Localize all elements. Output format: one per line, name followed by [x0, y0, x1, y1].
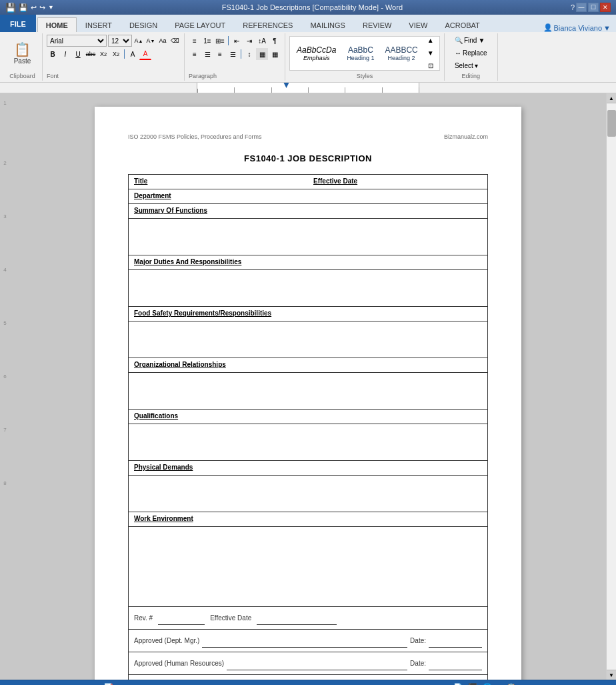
- text-highlight-button[interactable]: A: [127, 48, 139, 60]
- shading-button[interactable]: ▦: [256, 48, 268, 60]
- clear-format-button[interactable]: ⌫: [169, 35, 180, 46]
- subscript-button[interactable]: X2: [97, 48, 109, 60]
- work-env-label: Work Environment: [134, 515, 193, 522]
- tab-mailings[interactable]: MAILINGS: [301, 17, 354, 32]
- change-case-button[interactable]: Aa: [157, 35, 168, 46]
- page-area[interactable]: ISO 22000 FSMS Policies, Procedures and …: [10, 93, 606, 680]
- tab-insert[interactable]: INSERT: [77, 17, 121, 32]
- numbering-button[interactable]: 1≡: [201, 35, 213, 47]
- status-bar: PAGE 1 OF 2 45 WORDS 📝 📄 ⬛ 🌐 ≡ 📋 — + 80%: [0, 680, 616, 685]
- align-right-button[interactable]: ≡: [214, 48, 226, 60]
- justify-button[interactable]: ☰: [227, 48, 239, 60]
- user-icon: 👤: [543, 23, 553, 32]
- document-title: FS1040-1 JOB DESCRIPTION: [128, 153, 488, 163]
- font-name-row: Arial 12 A▲ A▼ Aa ⌫: [47, 35, 180, 47]
- select-button[interactable]: Select ▾: [450, 60, 483, 71]
- show-formatting-button[interactable]: ¶: [269, 35, 281, 47]
- redo-icon[interactable]: ↪: [39, 3, 45, 12]
- tab-acrobat[interactable]: ACROBAT: [436, 17, 488, 32]
- footer-approved-top-row: Approved (Top Mgmt.) Date:: [129, 675, 488, 680]
- footer-rev-row: Rev. # Effective Date: [129, 607, 488, 630]
- paragraph-group: ≡ 1≡ ⊞≡ ⇤ ⇥ ↕A ¶ ≡ ☰ ≡ ☰ ↕ ▦ ▦ Paragraph: [185, 33, 285, 81]
- footer-top-line: Approved (Top Mgmt.) Date:: [134, 678, 482, 680]
- rev-fill: [158, 611, 205, 625]
- align-center-button[interactable]: ☰: [201, 48, 213, 60]
- style-heading1[interactable]: AaBbC Heading 1: [343, 44, 378, 63]
- tab-home[interactable]: HOME: [37, 17, 77, 32]
- footer-approved-hr-row: Approved (Human Resources) Date:: [129, 652, 488, 675]
- work-env-content-row: [129, 527, 488, 607]
- increase-indent-button[interactable]: ⇥: [243, 35, 255, 47]
- font-size-select[interactable]: 12: [108, 35, 132, 47]
- underline-button[interactable]: U: [72, 48, 84, 60]
- qualifications-label: Qualifications: [134, 412, 178, 420]
- line-spacing-button[interactable]: ↕: [243, 48, 255, 60]
- footer-dept-line: Approved (Dept. Mgr.) Date:: [134, 632, 482, 649]
- help-btn[interactable]: ?: [571, 3, 575, 11]
- editing-label: Editing: [462, 71, 481, 79]
- multilevel-button[interactable]: ⊞≡: [214, 35, 226, 47]
- grow-font-button[interactable]: A▲: [133, 35, 144, 46]
- duties-content-row: [129, 270, 488, 307]
- tab-review[interactable]: REVIEW: [354, 17, 400, 32]
- tab-references[interactable]: REFERENCES: [234, 17, 301, 32]
- bullets-button[interactable]: ≡: [189, 35, 201, 47]
- clipboard-label: Clipboard: [9, 71, 35, 79]
- tab-design[interactable]: DESIGN: [121, 17, 166, 32]
- title-bar: 💾 💾 ↩ ↪ ▼ FS1040-1 Job Descriptions [Com…: [0, 0, 616, 15]
- tab-page-layout[interactable]: PAGE LAYOUT: [166, 17, 234, 32]
- list-row: ≡ 1≡ ⊞≡ ⇤ ⇥ ↕A ¶: [189, 35, 281, 47]
- title-row: Title Effective Date: [129, 175, 488, 189]
- user-dropdown-icon[interactable]: ▼: [603, 24, 611, 32]
- page-header: ISO 22000 FSMS Policies, Procedures and …: [128, 133, 488, 140]
- scroll-thumb[interactable]: [607, 110, 616, 137]
- tab-file[interactable]: FILE: [0, 15, 36, 32]
- strikethrough-button[interactable]: abc: [85, 48, 97, 60]
- ribbon-tabs: FILE HOME INSERT DESIGN PAGE LAYOUT REFE…: [0, 15, 616, 32]
- tab-view[interactable]: VIEW: [400, 17, 436, 32]
- footer-approved-dept-row: Approved (Dept. Mgr.) Date:: [129, 630, 488, 652]
- font-color-button[interactable]: A: [139, 48, 151, 60]
- styles-more[interactable]: ⊡: [425, 60, 437, 72]
- close-btn[interactable]: ✕: [600, 3, 611, 12]
- borders-button[interactable]: ▦: [269, 48, 281, 60]
- find-button[interactable]: 🔍 Find ▼: [450, 35, 489, 46]
- user-name: Bianca Viviano: [554, 24, 603, 32]
- style-emphasis[interactable]: AaBbCcDa Emphasis: [293, 44, 340, 63]
- paste-label: Paste: [14, 57, 31, 65]
- superscript-button[interactable]: X2: [110, 48, 122, 60]
- ribbon-toolbar: 📋 Paste Clipboard Arial 12 A▲ A▼ Aa ⌫ B: [0, 32, 616, 83]
- sort-button[interactable]: ↕A: [256, 35, 268, 47]
- date-label-top: Date:: [410, 680, 426, 680]
- left-ruler: 1 2 3 4 5 6 7 8: [0, 93, 10, 680]
- minimize-btn[interactable]: —: [576, 3, 587, 12]
- format-row: B I U abc X2 X2 A A: [47, 48, 151, 60]
- styles-scroll-up[interactable]: ▲: [425, 35, 437, 47]
- italic-button[interactable]: I: [59, 48, 71, 60]
- align-left-button[interactable]: ≡: [189, 48, 201, 60]
- physical-label: Physical Demands: [134, 464, 193, 471]
- footer-rev-line: Rev. # Effective Date: [134, 610, 482, 626]
- customize-icon[interactable]: ▼: [48, 4, 54, 11]
- style-heading2[interactable]: AABBCC Heading 2: [381, 44, 421, 63]
- styles-scroll-down[interactable]: ▼: [425, 47, 437, 59]
- right-scrollbar[interactable]: ▲ ▼: [606, 93, 616, 680]
- date-label-hr: Date:: [410, 657, 426, 670]
- food-safety-label: Food Safety Requirements/Responsibilitie…: [134, 309, 271, 317]
- shrink-font-button[interactable]: A▼: [145, 35, 156, 46]
- effective-date-label: Effective Date: [313, 177, 357, 185]
- header-left: ISO 22000 FSMS Policies, Procedures and …: [128, 133, 262, 140]
- scroll-down-button[interactable]: ▼: [607, 670, 617, 680]
- restore-btn[interactable]: ☐: [588, 3, 599, 12]
- duties-header-row: Major Duties And Responsibilities: [129, 255, 488, 270]
- save-icon[interactable]: 💾: [19, 3, 28, 12]
- department-label: Department: [134, 192, 171, 199]
- font-name-select[interactable]: Arial: [47, 35, 107, 47]
- bold-button[interactable]: B: [47, 48, 59, 60]
- decrease-indent-button[interactable]: ⇤: [231, 35, 243, 47]
- undo-icon[interactable]: ↩: [31, 3, 37, 12]
- replace-button[interactable]: ↔ Replace: [450, 47, 492, 59]
- find-dropdown-icon: ▼: [478, 37, 485, 44]
- scroll-up-button[interactable]: ▲: [607, 93, 617, 103]
- paste-button[interactable]: 📋 Paste: [8, 36, 37, 71]
